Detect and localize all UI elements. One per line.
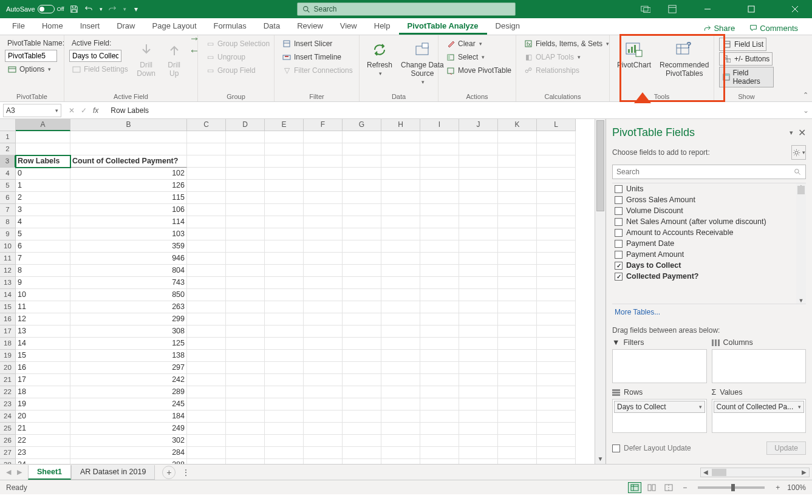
cell[interactable] [226, 253, 265, 265]
field-volume-discount[interactable]: Volume Discount [612, 205, 796, 216]
cell[interactable] [381, 374, 420, 386]
ribbon-tab-data[interactable]: Data [255, 18, 288, 35]
row-header-20[interactable]: 20 [0, 362, 16, 374]
row-header-15[interactable]: 15 [0, 301, 16, 313]
cell[interactable] [498, 131, 537, 143]
cell[interactable] [265, 435, 304, 447]
cell[interactable] [187, 253, 226, 265]
ribbon-tab-pivottable-analyze[interactable]: PivotTable Analyze [399, 18, 487, 35]
relationships-button[interactable]: ☍Relationships [521, 64, 582, 77]
cell[interactable] [226, 374, 265, 386]
cell[interactable] [498, 265, 537, 277]
row-header-10[interactable]: 10 [0, 240, 16, 253]
cell[interactable] [343, 338, 381, 350]
ungroup-button[interactable]: ▭Ungroup [203, 51, 248, 63]
cell[interactable] [459, 168, 498, 180]
cell[interactable] [537, 435, 576, 447]
cell[interactable] [187, 374, 226, 386]
cell[interactable] [343, 447, 381, 459]
cell[interactable] [381, 350, 420, 362]
row-header-5[interactable]: 5 [0, 180, 16, 192]
cell[interactable] [537, 277, 576, 289]
cell[interactable]: 21 [16, 423, 70, 435]
cell[interactable] [265, 338, 304, 350]
cell[interactable] [343, 253, 381, 265]
ribbon-tab-file[interactable]: File [4, 18, 33, 35]
fields-items-sets-button[interactable]: fxFields, Items, & Sets▾ [521, 38, 612, 50]
cell[interactable] [537, 386, 576, 398]
cell[interactable] [459, 131, 498, 143]
field-checkbox[interactable] [615, 196, 623, 204]
cell[interactable] [381, 253, 420, 265]
cell[interactable] [343, 192, 381, 204]
cell[interactable] [304, 180, 343, 192]
qat-customize-icon[interactable]: ▾ [131, 4, 141, 14]
cell[interactable] [187, 338, 226, 350]
undo-icon[interactable] [84, 4, 94, 14]
cell[interactable] [226, 338, 265, 350]
cell[interactable] [304, 204, 343, 216]
cell[interactable] [459, 435, 498, 447]
field-days-to-collect[interactable]: ✓Days to Collect [612, 260, 796, 271]
cell[interactable] [304, 253, 343, 265]
cell[interactable] [459, 277, 498, 289]
hscroll-left[interactable]: ◀ [701, 468, 711, 477]
cell[interactable]: 14 [16, 338, 70, 350]
pivotchart-button[interactable]: PivotChart [615, 38, 653, 72]
cell[interactable] [304, 325, 343, 338]
field-checkbox[interactable] [615, 207, 623, 215]
cell[interactable] [304, 362, 343, 374]
more-tables-link[interactable]: More Tables... [612, 304, 806, 320]
cell[interactable] [537, 240, 576, 253]
cell[interactable] [343, 228, 381, 240]
expand-formula-bar[interactable]: ⌄ [800, 106, 812, 115]
cell[interactable] [498, 338, 537, 350]
cell[interactable] [420, 459, 459, 464]
cell[interactable]: 299 [70, 313, 187, 325]
cell[interactable] [420, 423, 459, 435]
cell[interactable] [265, 277, 304, 289]
cell[interactable] [343, 180, 381, 192]
cell[interactable]: 20 [16, 410, 70, 423]
cell[interactable] [304, 240, 343, 253]
cell[interactable] [381, 435, 420, 447]
cell[interactable] [265, 240, 304, 253]
cell[interactable] [537, 168, 576, 180]
cell[interactable] [459, 338, 498, 350]
cell[interactable]: 17 [16, 374, 70, 386]
cell[interactable] [420, 228, 459, 240]
cell[interactable]: Row Labels▼ [16, 155, 70, 168]
cell[interactable] [304, 216, 343, 228]
cell[interactable] [187, 398, 226, 410]
filter-connections-button[interactable]: ▽Filter Connections [279, 64, 355, 77]
cell[interactable] [498, 204, 537, 216]
cell[interactable] [459, 362, 498, 374]
cell[interactable]: 308 [70, 325, 187, 338]
cell[interactable] [498, 374, 537, 386]
cell[interactable] [343, 374, 381, 386]
ribbon-tab-draw[interactable]: Draw [108, 18, 143, 35]
cell[interactable]: 19 [16, 398, 70, 410]
cell[interactable] [265, 325, 304, 338]
cell[interactable] [343, 265, 381, 277]
field-checkbox[interactable]: ✓ [615, 273, 623, 281]
cell[interactable]: 3 [16, 204, 70, 216]
cell[interactable] [343, 204, 381, 216]
cell[interactable] [459, 398, 498, 410]
cell[interactable]: 106 [70, 204, 187, 216]
cell[interactable] [226, 301, 265, 313]
cell[interactable] [343, 459, 381, 464]
add-sheet-button[interactable]: + [162, 466, 176, 479]
cell[interactable] [343, 350, 381, 362]
row-header-24[interactable]: 24 [0, 410, 16, 423]
ribbon-tab-design[interactable]: Design [487, 18, 528, 35]
name-box[interactable]: A3 ▾ [3, 104, 61, 117]
cell[interactable] [381, 362, 420, 374]
hscroll-right[interactable]: ▶ [799, 468, 809, 477]
cell[interactable] [187, 277, 226, 289]
cell[interactable] [343, 386, 381, 398]
sheet-nav-prev[interactable]: ◀ [6, 468, 11, 476]
cell[interactable] [304, 143, 343, 155]
ribbon-tab-review[interactable]: Review [288, 18, 332, 35]
cell[interactable] [381, 398, 420, 410]
